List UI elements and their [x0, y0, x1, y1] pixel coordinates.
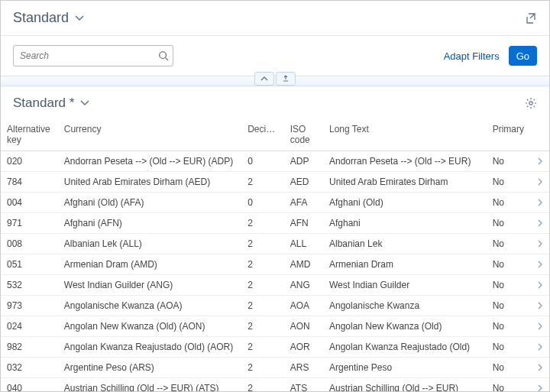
- cell-iso: AON: [284, 316, 323, 336]
- cell-key: 051: [1, 254, 58, 274]
- cell-key: 024: [1, 316, 58, 336]
- cell-primary: No: [487, 295, 532, 316]
- cell-decimals: 2: [241, 336, 284, 357]
- cell-longtext: Afghani (Old): [323, 192, 487, 212]
- variant-selector[interactable]: Standard: [13, 10, 86, 26]
- cell-iso: AMD: [284, 254, 323, 274]
- cell-currency: Andorran Peseta --> (Old --> EUR) (ADP): [58, 151, 241, 171]
- chevron-right-icon: [537, 302, 543, 309]
- cell-decimals: 2: [241, 233, 284, 254]
- cell-decimals: 2: [241, 295, 284, 316]
- table-row[interactable]: 040Austrian Schilling (Old --> EUR) (ATS…: [1, 377, 549, 392]
- cell-iso: ATS: [284, 377, 323, 392]
- table-row[interactable]: 032Argentine Peso (ARS)2ARSArgentine Pes…: [1, 357, 549, 377]
- cell-longtext: United Arab Emirates Dirham: [323, 171, 487, 192]
- cell-iso: AFN: [284, 212, 323, 233]
- chevron-up-icon: [260, 75, 268, 83]
- col-currency[interactable]: Currency: [58, 120, 241, 151]
- cell-currency: Austrian Schilling (Old --> EUR) (ATS): [58, 377, 241, 392]
- cell-primary: No: [487, 336, 532, 357]
- table-row[interactable]: 532West Indian Guilder (ANG)2ANGWest Ind…: [1, 274, 549, 295]
- row-nav[interactable]: [531, 316, 549, 336]
- cell-iso: AOA: [284, 295, 323, 316]
- search-input[interactable]: [13, 45, 173, 66]
- cell-primary: No: [487, 233, 532, 254]
- table-row[interactable]: 784United Arab Emirates Dirham (AED)2AED…: [1, 171, 549, 192]
- cell-currency: Angolanische Kwanza (AOA): [58, 295, 241, 316]
- adapt-filters-link[interactable]: Adapt Filters: [444, 50, 500, 62]
- table-row[interactable]: 051Armenian Dram (AMD)2AMDArmenian DramN…: [1, 254, 549, 274]
- col-decimals[interactable]: Decimals: [241, 120, 284, 151]
- table-row[interactable]: 008Albanian Lek (ALL)2ALLAlbanian LekNo: [1, 233, 549, 254]
- cell-currency: West Indian Guilder (ANG): [58, 274, 241, 295]
- cell-key: 971: [1, 212, 58, 233]
- cell-key: 032: [1, 357, 58, 377]
- cell-iso: AFA: [284, 192, 323, 212]
- chevron-down-icon: [73, 12, 86, 24]
- variant-title: Standard: [13, 10, 69, 26]
- cell-primary: No: [487, 212, 532, 233]
- go-button[interactable]: Go: [509, 46, 537, 66]
- gear-icon: [525, 97, 537, 109]
- row-nav[interactable]: [531, 336, 549, 357]
- cell-currency: Angolan New Kwanza (Old) (AON): [58, 316, 241, 336]
- table-row[interactable]: 004Afghani (Old) (AFA)0AFAAfghani (Old)N…: [1, 192, 549, 212]
- cell-currency: Armenian Dram (AMD): [58, 254, 241, 274]
- chevron-right-icon: [537, 199, 543, 206]
- svg-point-1: [529, 102, 532, 105]
- cell-decimals: 2: [241, 212, 284, 233]
- cell-key: 008: [1, 233, 58, 254]
- cell-decimals: 0: [241, 151, 284, 171]
- chevron-right-icon: [537, 384, 543, 392]
- cell-currency: Afghani (Old) (AFA): [58, 192, 241, 212]
- cell-longtext: Afghani: [323, 212, 487, 233]
- chevron-down-icon: [79, 97, 91, 109]
- row-nav[interactable]: [531, 171, 549, 192]
- cell-iso: ANG: [284, 274, 323, 295]
- cell-decimals: 2: [241, 316, 284, 336]
- cell-longtext: Armenian Dram: [323, 254, 487, 274]
- row-nav[interactable]: [531, 212, 549, 233]
- cell-primary: No: [487, 171, 532, 192]
- table-row[interactable]: 971Afghani (AFN)2AFNAfghaniNo: [1, 212, 549, 233]
- cell-iso: ADP: [284, 151, 323, 171]
- search-icon[interactable]: [158, 50, 169, 61]
- table-variant-selector[interactable]: Standard *: [13, 96, 91, 111]
- cell-longtext: Angolanische Kwanza: [323, 295, 487, 316]
- cell-currency: Angolan Kwanza Reajustado (Old) (AOR): [58, 336, 241, 357]
- table-row[interactable]: 024Angolan New Kwanza (Old) (AON)2AONAng…: [1, 316, 549, 336]
- row-nav[interactable]: [531, 254, 549, 274]
- cell-primary: No: [487, 316, 532, 336]
- collapse-strip: [1, 76, 549, 86]
- row-nav[interactable]: [531, 233, 549, 254]
- table-row[interactable]: 973Angolanische Kwanza (AOA)2AOAAngolani…: [1, 295, 549, 316]
- cell-key: 020: [1, 151, 58, 171]
- row-nav[interactable]: [531, 274, 549, 295]
- cell-key: 040: [1, 377, 58, 392]
- search-field: [13, 45, 173, 66]
- table-row[interactable]: 020Andorran Peseta --> (Old --> EUR) (AD…: [1, 151, 549, 171]
- cell-currency: Albanian Lek (ALL): [58, 233, 241, 254]
- row-nav[interactable]: [531, 295, 549, 316]
- table-settings-button[interactable]: [525, 97, 537, 109]
- cell-longtext: West Indian Guilder: [323, 274, 487, 295]
- collapse-header-button[interactable]: [254, 72, 274, 86]
- row-nav[interactable]: [531, 357, 549, 377]
- share-button[interactable]: [525, 12, 537, 24]
- col-longtext[interactable]: Long Text: [323, 120, 487, 151]
- table-row[interactable]: 982Angolan Kwanza Reajustado (Old) (AOR)…: [1, 336, 549, 357]
- cell-longtext: Austrian Schilling (Old --> EUR): [323, 377, 487, 392]
- currency-table: Alternative key Currency Decimals ISO co…: [1, 120, 549, 392]
- cell-key: 973: [1, 295, 58, 316]
- pin-header-button[interactable]: [276, 72, 296, 86]
- col-alt-key[interactable]: Alternative key: [1, 120, 58, 151]
- svg-point-0: [160, 52, 167, 59]
- row-nav[interactable]: [531, 151, 549, 171]
- col-iso[interactable]: ISO code: [284, 120, 323, 151]
- row-nav[interactable]: [531, 377, 549, 392]
- cell-decimals: 2: [241, 254, 284, 274]
- row-nav[interactable]: [531, 192, 549, 212]
- cell-longtext: Albanian Lek: [323, 233, 487, 254]
- col-primary[interactable]: Primary: [487, 120, 532, 151]
- cell-primary: No: [487, 192, 532, 212]
